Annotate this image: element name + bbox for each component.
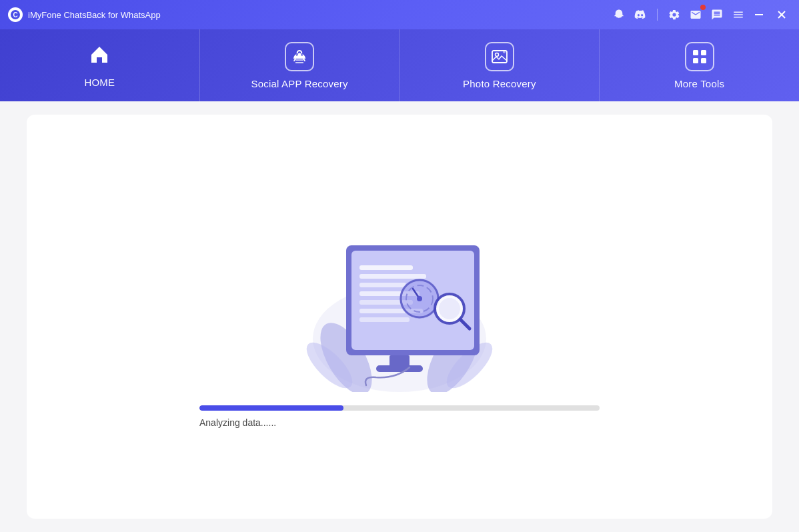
progress-bar-background <box>199 405 600 411</box>
settings-icon[interactable] <box>667 7 682 22</box>
close-button[interactable] <box>772 5 791 24</box>
svg-text:↺: ↺ <box>297 53 302 59</box>
app-logo: C <box>8 7 23 22</box>
home-icon <box>87 43 111 70</box>
svg-point-9 <box>503 51 506 53</box>
window-controls <box>750 5 791 24</box>
nav-more[interactable]: More Tools <box>600 29 799 101</box>
svg-point-8 <box>495 53 498 56</box>
svg-rect-23 <box>359 283 406 287</box>
illustration <box>266 205 533 392</box>
svg-rect-11 <box>701 50 706 55</box>
svg-rect-27 <box>359 317 410 322</box>
titlebar-icons <box>612 7 746 22</box>
content-card: Analyzing data...... <box>27 115 772 519</box>
nav-photo[interactable]: Photo Recovery <box>400 29 600 101</box>
menu-icon[interactable] <box>731 7 746 22</box>
ghost-icon[interactable] <box>612 7 626 22</box>
progress-section: Analyzing data...... <box>199 405 600 428</box>
nav-social[interactable]: ↺ Social APP Recovery <box>200 29 400 101</box>
svg-rect-12 <box>693 58 698 63</box>
svg-point-32 <box>417 296 422 301</box>
svg-rect-21 <box>359 265 413 270</box>
mail-icon-container[interactable] <box>688 7 703 22</box>
progress-text: Analyzing data...... <box>199 417 276 428</box>
progress-bar-fill <box>199 405 343 411</box>
photo-label: Photo Recovery <box>463 78 536 89</box>
photo-icon <box>485 42 514 71</box>
mail-badge <box>700 5 706 10</box>
nav-home[interactable]: HOME <box>0 29 200 101</box>
titlebar: C iMyFone ChatsBack for WhatsApp <box>0 0 799 29</box>
svg-text:C: C <box>13 11 17 19</box>
mail-icon <box>688 7 703 22</box>
titlebar-left: C iMyFone ChatsBack for WhatsApp <box>8 7 161 22</box>
svg-point-34 <box>439 298 460 319</box>
svg-rect-13 <box>701 58 706 63</box>
social-icon: ↺ <box>285 42 314 71</box>
minimize-button[interactable] <box>750 5 768 24</box>
icon-divider <box>657 9 658 21</box>
home-label: HOME <box>84 77 115 88</box>
social-label: Social APP Recovery <box>251 78 347 89</box>
discord-icon[interactable] <box>633 7 648 22</box>
app-title: iMyFone ChatsBack for WhatsApp <box>28 10 161 20</box>
svg-rect-22 <box>359 274 426 279</box>
more-icon <box>685 42 714 71</box>
navbar: HOME ↺ Social APP Recovery Photo Recover… <box>0 29 799 101</box>
svg-rect-10 <box>693 50 698 55</box>
main-content: Analyzing data...... <box>0 101 799 532</box>
more-label: More Tools <box>674 78 724 89</box>
svg-rect-37 <box>376 365 423 372</box>
chat-icon[interactable] <box>710 7 724 22</box>
svg-rect-2 <box>755 14 763 15</box>
